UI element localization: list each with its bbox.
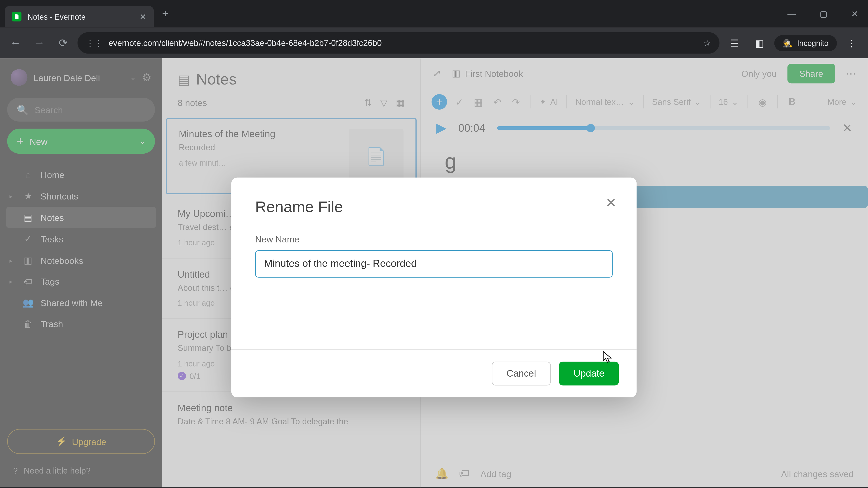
- maximize-button[interactable]: ▢: [815, 6, 832, 21]
- dialog-close-icon[interactable]: ✕: [606, 195, 616, 211]
- incognito-badge[interactable]: 🕵 Incognito: [774, 35, 837, 51]
- url-text: evernote.com/client/web#/notes/1cca33ae-…: [108, 38, 382, 48]
- browser-tab[interactable]: Notes - Evernote ✕: [5, 6, 154, 27]
- input-label: New Name: [255, 234, 613, 244]
- tab-close-icon[interactable]: ✕: [140, 12, 147, 22]
- back-button[interactable]: ←: [6, 37, 25, 49]
- evernote-favicon-icon: [12, 12, 22, 22]
- address-bar[interactable]: ⋮⋮ evernote.com/client/web#/notes/1cca33…: [78, 32, 720, 54]
- tab-title: Notes - Evernote: [27, 12, 133, 21]
- browser-menu-icon[interactable]: ⋮: [842, 37, 862, 48]
- forward-button[interactable]: →: [30, 37, 49, 49]
- new-name-input[interactable]: [255, 250, 613, 278]
- cancel-button[interactable]: Cancel: [491, 362, 551, 385]
- modal-overlay[interactable]: Rename File ✕ New Name Cancel Update: [0, 58, 868, 487]
- side-panel-icon[interactable]: ◧: [749, 37, 770, 48]
- close-window-button[interactable]: ✕: [846, 6, 863, 21]
- dialog-title: Rename File: [255, 198, 613, 216]
- site-info-icon[interactable]: ⋮⋮: [86, 38, 103, 48]
- rename-file-dialog: Rename File ✕ New Name Cancel Update: [231, 177, 637, 397]
- bookmark-icon[interactable]: ☆: [704, 38, 711, 48]
- incognito-icon: 🕵: [783, 38, 792, 47]
- reload-button[interactable]: ⟳: [54, 36, 72, 50]
- incognito-label: Incognito: [797, 38, 829, 47]
- update-button[interactable]: Update: [559, 362, 619, 385]
- tab-overview-icon[interactable]: ☰: [724, 37, 745, 48]
- minimize-button[interactable]: —: [782, 6, 800, 21]
- new-tab-button[interactable]: +: [162, 7, 168, 20]
